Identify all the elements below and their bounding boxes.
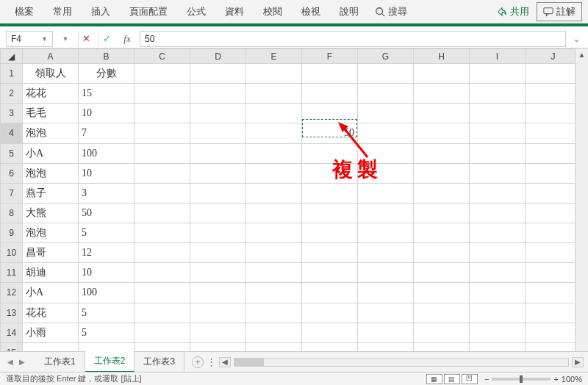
cell-E13[interactable] (246, 303, 302, 323)
cell-D6[interactable] (190, 163, 246, 183)
cell-J3[interactable] (526, 104, 581, 123)
row-header-14[interactable]: 14 (1, 323, 23, 342)
row-header-12[interactable]: 12 (1, 283, 23, 303)
cell-B2[interactable]: 15 (79, 84, 135, 104)
cell-A6[interactable]: 泡泡 (23, 163, 79, 183)
sheet-nav-next[interactable]: ▶ (16, 358, 28, 366)
cell-A9[interactable]: 泡泡 (23, 223, 79, 243)
cell-I9[interactable] (470, 223, 526, 243)
cell-I13[interactable] (470, 303, 526, 323)
cell-I1[interactable] (470, 64, 526, 84)
cell-H8[interactable] (414, 203, 470, 223)
cell-C13[interactable] (135, 303, 190, 323)
cell-G14[interactable] (358, 323, 414, 342)
row-header-2[interactable]: 2 (1, 84, 23, 104)
formula-expand-button[interactable]: ⌄ (570, 33, 582, 44)
cell-E4[interactable] (246, 123, 302, 143)
hscroll-right[interactable]: ▶ (572, 357, 584, 367)
row-header-7[interactable]: 7 (1, 183, 23, 203)
ribbon-tab-review[interactable]: 校閱 (254, 1, 291, 23)
ribbon-search[interactable]: 搜尋 (369, 2, 413, 21)
cell-I3[interactable] (470, 104, 526, 123)
view-break-button[interactable]: 凹 (462, 374, 478, 384)
cell-E7[interactable] (246, 183, 302, 203)
cell-H5[interactable] (414, 143, 470, 163)
cell-B9[interactable]: 5 (79, 223, 135, 243)
cell-B6[interactable]: 10 (79, 163, 135, 183)
cell-A14[interactable]: 小雨 (23, 323, 79, 342)
formula-input[interactable]: 50 (140, 31, 566, 47)
cell-F12[interactable] (302, 283, 358, 303)
cell-A10[interactable]: 昌哥 (23, 243, 79, 263)
cell-A2[interactable]: 花花 (23, 84, 79, 104)
cell-B14[interactable]: 5 (79, 323, 135, 342)
cell-G6[interactable] (358, 163, 414, 183)
sheet-tab-3[interactable]: 工作表3 (135, 352, 184, 372)
cell-A4[interactable]: 泡泡 (23, 123, 79, 143)
cell-F11[interactable] (302, 263, 358, 283)
ribbon-tab-home[interactable]: 常用 (44, 1, 81, 23)
row-header-3[interactable]: 3 (1, 104, 23, 123)
add-sheet-button[interactable]: + (192, 356, 204, 368)
cell-J5[interactable] (526, 143, 581, 163)
cell-F14[interactable] (302, 323, 358, 342)
cell-I6[interactable] (470, 163, 526, 183)
cell-E10[interactable] (246, 243, 302, 263)
cell-I10[interactable] (470, 243, 526, 263)
cell-H7[interactable] (414, 183, 470, 203)
cell-D2[interactable] (190, 84, 246, 104)
row-header-13[interactable]: 13 (1, 303, 23, 323)
cell-G9[interactable] (358, 223, 414, 243)
column-header-I[interactable]: I (470, 49, 526, 64)
cell-F10[interactable] (302, 243, 358, 263)
formula-enter-button[interactable]: ✓ (98, 31, 115, 47)
fx-label[interactable]: fx (119, 33, 135, 45)
cell-D14[interactable] (190, 323, 246, 342)
cell-A5[interactable]: 小A (23, 143, 79, 163)
cell-C1[interactable] (135, 64, 190, 84)
cell-G8[interactable] (358, 203, 414, 223)
view-normal-button[interactable]: ▦ (426, 374, 442, 384)
cell-F7[interactable] (302, 183, 358, 203)
cell-H1[interactable] (414, 64, 470, 84)
cell-A7[interactable]: 燕子 (23, 183, 79, 203)
cell-I7[interactable] (470, 183, 526, 203)
ribbon-tab-help[interactable]: 說明 (331, 1, 368, 23)
cell-F9[interactable] (302, 223, 358, 243)
cell-J1[interactable] (526, 64, 581, 84)
cell-J13[interactable] (526, 303, 581, 323)
cell-B8[interactable]: 50 (79, 203, 135, 223)
column-header-C[interactable]: C (135, 49, 190, 64)
name-box[interactable]: F4 ▼ (6, 31, 53, 47)
cell-D5[interactable] (190, 143, 246, 163)
cell-C9[interactable] (135, 223, 190, 243)
cell-J12[interactable] (526, 283, 581, 303)
cell-I8[interactable] (470, 203, 526, 223)
view-page-button[interactable]: ▤ (444, 374, 460, 384)
cell-B4[interactable]: 7 (79, 123, 135, 143)
cell-E11[interactable] (246, 263, 302, 283)
row-header-5[interactable]: 5 (1, 143, 23, 163)
sheet-nav-prev[interactable]: ◀ (4, 358, 16, 366)
column-header-J[interactable]: J (526, 49, 581, 64)
cell-H6[interactable] (414, 163, 470, 183)
cell-B5[interactable]: 100 (79, 143, 135, 163)
cell-D11[interactable] (190, 263, 246, 283)
hscroll-thumb[interactable] (234, 359, 264, 366)
cell-A12[interactable]: 小A (23, 283, 79, 303)
cell-F1[interactable] (302, 64, 358, 84)
cell-J14[interactable] (526, 323, 581, 342)
cell-E8[interactable] (246, 203, 302, 223)
cell-H11[interactable] (414, 263, 470, 283)
column-header-G[interactable]: G (358, 49, 414, 64)
cell-C10[interactable] (135, 243, 190, 263)
ribbon-tab-file[interactable]: 檔案 (6, 1, 43, 23)
cell-G1[interactable] (358, 64, 414, 84)
cell-I4[interactable] (470, 123, 526, 143)
cell-E3[interactable] (246, 104, 302, 123)
spreadsheet-grid[interactable]: ◢ABCDEFGHIJ 1領取人分數2花花153毛毛104泡泡7505小A100… (0, 48, 581, 363)
cell-B7[interactable]: 3 (79, 183, 135, 203)
cell-H9[interactable] (414, 223, 470, 243)
row-header-1[interactable]: 1 (1, 64, 23, 84)
name-box-dropdown[interactable]: ▼ (57, 31, 74, 47)
